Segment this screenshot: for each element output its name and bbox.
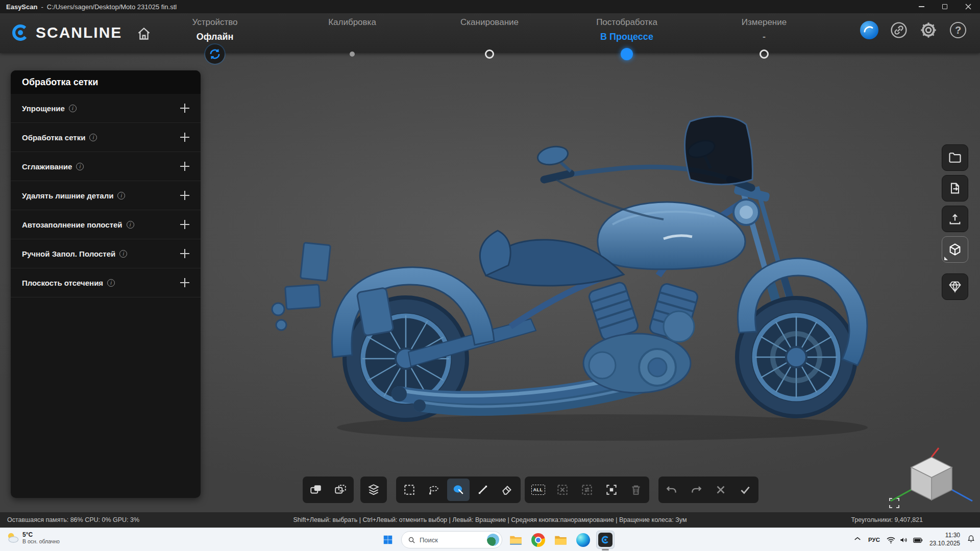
info-icon[interactable] bbox=[69, 105, 77, 112]
system-stats: Оставшаяся память: 86% CPU: 0% GPU: 3% bbox=[7, 516, 139, 523]
quality-button[interactable] bbox=[942, 273, 968, 300]
model-view-button[interactable] bbox=[942, 236, 968, 263]
lasso-select-button[interactable] bbox=[423, 479, 445, 501]
language-indicator[interactable]: РУС bbox=[868, 537, 880, 543]
add-icon[interactable] bbox=[180, 133, 189, 142]
select-all-button[interactable]: ALL bbox=[527, 479, 549, 501]
link-icon bbox=[890, 21, 908, 39]
step-label: Сканирование bbox=[423, 17, 556, 28]
add-icon[interactable] bbox=[180, 162, 189, 171]
invert-selection-button[interactable] bbox=[576, 479, 598, 501]
stacked-windows-icon bbox=[334, 483, 347, 496]
close-button[interactable] bbox=[957, 0, 980, 13]
export-button[interactable] bbox=[942, 175, 968, 202]
cancel-button[interactable] bbox=[709, 479, 732, 501]
tab-scanning[interactable]: Сканирование bbox=[423, 17, 556, 42]
gear-icon bbox=[919, 21, 938, 39]
share-link-button[interactable] bbox=[889, 20, 909, 40]
add-icon[interactable] bbox=[180, 191, 189, 200]
maximize-button[interactable] bbox=[933, 0, 957, 13]
panel-item-manual-fill-holes[interactable]: Ручной Запол. Полостей bbox=[11, 239, 201, 268]
clock-widget[interactable]: 11:30 23.10.2025 bbox=[929, 532, 960, 547]
open-file-button[interactable] bbox=[942, 144, 968, 171]
header: SCANLINE Устройство Офлайн Калибровка Ск… bbox=[0, 13, 980, 53]
search-daily-image[interactable] bbox=[487, 534, 499, 546]
expand-selection-icon bbox=[605, 483, 618, 496]
line-tool-icon bbox=[476, 483, 489, 496]
notification-button[interactable] bbox=[966, 534, 976, 546]
line-select-button[interactable] bbox=[472, 479, 494, 501]
model-badge-button[interactable] bbox=[860, 20, 879, 40]
step-dot-calibration[interactable] bbox=[350, 52, 355, 57]
triangle-count: Треугольники: 9,407,821 bbox=[851, 516, 923, 523]
tab-postprocessing[interactable]: Постобработка В Процессе bbox=[560, 17, 693, 42]
info-icon[interactable] bbox=[127, 221, 134, 229]
info-icon[interactable] bbox=[107, 279, 115, 287]
delete-selected-button[interactable] bbox=[625, 479, 647, 501]
orientation-cube[interactable] bbox=[886, 445, 977, 511]
taskbar-chrome[interactable] bbox=[529, 531, 547, 549]
step-dot-scanning[interactable] bbox=[485, 49, 494, 59]
info-icon[interactable] bbox=[117, 192, 125, 199]
invert-selection-icon bbox=[580, 483, 594, 496]
add-icon[interactable] bbox=[180, 278, 189, 287]
view-mode-button-1[interactable] bbox=[305, 479, 327, 501]
add-icon[interactable] bbox=[180, 104, 189, 113]
tab-device[interactable]: Устройство Офлайн bbox=[149, 17, 281, 42]
folder-yellow-icon bbox=[554, 533, 568, 547]
status-bar: Shift+Левый: выбрать | Ctrl+Левый: отмен… bbox=[0, 512, 980, 528]
panel-item-autofill-holes[interactable]: Автозаполнение полостей bbox=[11, 210, 201, 239]
step-status: - bbox=[698, 32, 830, 42]
edge-icon bbox=[576, 533, 590, 547]
upload-button[interactable] bbox=[942, 206, 968, 232]
export-icon bbox=[948, 181, 962, 195]
taskbar-edge[interactable] bbox=[574, 531, 592, 549]
deselect-all-button[interactable] bbox=[551, 479, 574, 501]
help-button[interactable] bbox=[948, 20, 968, 40]
step-dot-device[interactable] bbox=[205, 44, 225, 64]
chrome-icon bbox=[531, 533, 545, 547]
panel-item-remove-details[interactable]: Удалять лишние детали bbox=[11, 181, 201, 210]
weather-widget[interactable]: 5°C В осн. облачно bbox=[5, 531, 60, 545]
sphere-select-button[interactable] bbox=[447, 479, 470, 501]
taskbar-easyscan[interactable] bbox=[596, 531, 615, 549]
redo-button[interactable] bbox=[685, 479, 707, 501]
tab-calibration[interactable]: Калибровка bbox=[286, 17, 419, 42]
view-mode-button-2[interactable] bbox=[329, 479, 352, 501]
settings-button[interactable] bbox=[919, 20, 938, 40]
info-icon[interactable] bbox=[89, 134, 97, 141]
tray-expand-button[interactable] bbox=[853, 534, 862, 545]
system-tray[interactable] bbox=[886, 535, 923, 545]
add-icon[interactable] bbox=[180, 249, 189, 258]
chevron-up-icon bbox=[853, 534, 862, 543]
start-button[interactable] bbox=[379, 531, 397, 549]
step-dot-postprocessing[interactable] bbox=[621, 48, 633, 60]
panel-item-clipping-plane[interactable]: Плоскость отсечения bbox=[11, 268, 201, 297]
taskbar-folder[interactable] bbox=[551, 531, 570, 549]
apply-button[interactable] bbox=[734, 479, 756, 501]
add-icon[interactable] bbox=[180, 220, 189, 229]
panel-item-simplify[interactable]: Упрощение bbox=[11, 94, 201, 123]
weather-temp: 5°C bbox=[22, 531, 60, 538]
panel-item-label: Плоскость отсечения bbox=[22, 279, 103, 287]
info-icon[interactable] bbox=[76, 163, 84, 170]
info-icon[interactable] bbox=[119, 250, 127, 258]
layers-button[interactable] bbox=[362, 479, 385, 501]
step-status: В Процессе bbox=[560, 32, 693, 42]
search-box[interactable]: Поиск bbox=[401, 531, 502, 548]
step-label: Калибровка bbox=[286, 17, 419, 28]
undo-button[interactable] bbox=[660, 479, 683, 501]
panel-item-smoothing[interactable]: Сглаживание bbox=[11, 152, 201, 181]
panel-item-mesh-processing[interactable]: Обработка сетки bbox=[11, 123, 201, 152]
taskbar-file-explorer[interactable] bbox=[506, 531, 525, 549]
brush-select-button[interactable] bbox=[496, 479, 519, 501]
minimize-button[interactable] bbox=[910, 0, 933, 13]
tab-measurement[interactable]: Измерение - bbox=[698, 17, 830, 42]
titlebar-separator: - bbox=[41, 3, 43, 11]
expand-selection-button[interactable] bbox=[600, 479, 623, 501]
step-status: Офлайн bbox=[149, 32, 281, 42]
step-status bbox=[286, 32, 419, 42]
sync-icon bbox=[208, 47, 222, 61]
step-dot-measurement[interactable] bbox=[760, 49, 769, 59]
rect-select-button[interactable] bbox=[398, 479, 421, 501]
